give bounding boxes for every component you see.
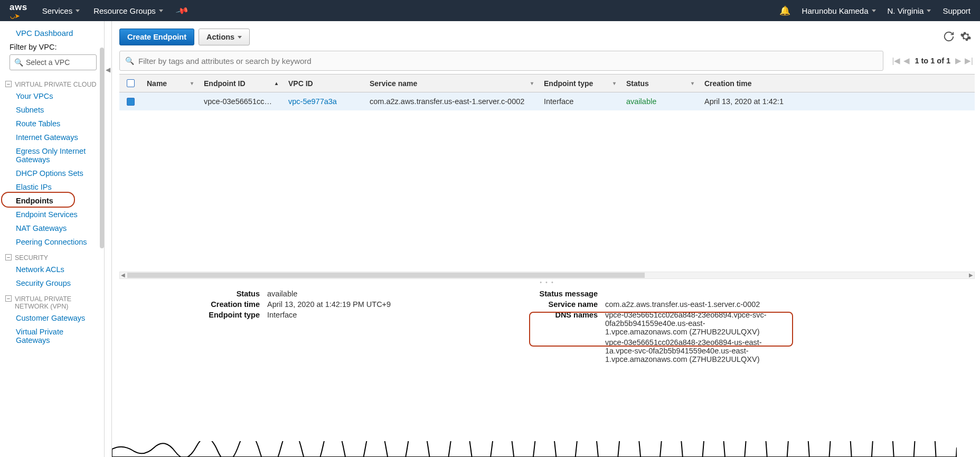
column-endpoint-type[interactable]: Endpoint type▾ [539, 74, 621, 92]
caret-down-icon [872, 10, 876, 12]
sidebar-group-vpc: − VIRTUAL PRIVATE CLOUD [0, 76, 104, 89]
cell-endpoint-id: vpce-03e56651cc… [199, 97, 283, 106]
column-name[interactable]: Name▾ [142, 74, 199, 92]
search-icon: 🔍 [125, 57, 134, 65]
sidebar-item-customer-gateways[interactable]: Customer Gateways [0, 311, 104, 325]
sidebar-item-elastic-ips[interactable]: Elastic IPs [0, 180, 104, 194]
collapse-toggle-icon[interactable]: − [5, 254, 12, 260]
sidebar-item-your-vpcs[interactable]: Your VPCs [0, 89, 104, 103]
dns-name-2: vpce-03e56651cc026a848-z3eo6894-us-east-… [605, 338, 785, 363]
sidebar-collapse-handle[interactable]: ◀ [105, 21, 112, 457]
endpoints-table: Name▾ Endpoint ID▴ VPC ID Service name▾ … [119, 74, 975, 110]
sidebar-group-title: VIRTUAL PRIVATE CLOUD [15, 81, 96, 88]
collapse-toggle-icon[interactable]: − [5, 295, 12, 302]
scroll-left-icon[interactable]: ◀ [120, 272, 126, 278]
cell-service-name: com.a2z.aws.transfer.us-east-1.server.c-… [364, 97, 539, 106]
topbar-right: 🔔 Harunobu Kameda N. Virginia Support [779, 5, 970, 16]
table-row[interactable]: vpce-03e56651cc… vpc-5e977a3a com.a2z.aw… [119, 92, 975, 110]
resource-groups-menu[interactable]: Resource Groups [93, 6, 163, 15]
actions-label: Actions [206, 33, 234, 41]
details-left-column: Status available Creation time April 13,… [193, 288, 447, 365]
collapse-toggle-icon[interactable]: − [5, 81, 12, 87]
dns-names-label: DNS names [531, 311, 605, 336]
notifications-icon[interactable]: 🔔 [779, 5, 790, 16]
torn-edge-decoration [112, 441, 957, 457]
sidebar-item-nat-gateways[interactable]: NAT Gateways [0, 221, 104, 235]
dns-name-1: vpce-03e56651cc026a848-z3eo6894.vpce-svc… [605, 311, 785, 336]
sidebar-item-egress-gateways[interactable]: Egress Only Internet Gateways [0, 144, 104, 166]
sidebar-item-network-acls[interactable]: Network ACLs [0, 263, 104, 276]
sidebar-item-peering-connections[interactable]: Peering Connections [0, 235, 104, 249]
content: Create Endpoint Actions 🔍 |◀ ◀ 1 to 1 of… [112, 21, 980, 457]
pager-last-icon[interactable]: ▶| [963, 56, 975, 66]
region-menu[interactable]: N. Virginia [888, 6, 931, 15]
cell-vpc-id[interactable]: vpc-5e977a3a [283, 97, 364, 106]
pager: |◀ ◀ 1 to 1 of 1 ▶ ▶| [891, 56, 975, 66]
filter-input[interactable] [138, 57, 878, 66]
sidebar-item-dhcp-options[interactable]: DHCP Options Sets [0, 166, 104, 180]
pager-prev-icon[interactable]: ◀ [902, 56, 911, 66]
sidebar-item-security-groups[interactable]: Security Groups [0, 276, 104, 290]
cell-creation-time: April 13, 2020 at 1:42:1 [699, 97, 805, 106]
vpc-filter-select[interactable]: 🔍 Select a VPC [10, 54, 97, 70]
status-value: available [267, 290, 447, 298]
resource-groups-label: Resource Groups [93, 6, 156, 15]
sidebar-group-title: VIRTUAL PRIVATE NETWORK (VPN) [15, 295, 71, 310]
sidebar-item-endpoints[interactable]: Endpoints [0, 194, 104, 208]
column-service-name[interactable]: Service name▾ [364, 74, 539, 92]
column-status[interactable]: Status▾ [621, 74, 699, 92]
service-name-label: Service name [531, 300, 605, 309]
column-endpoint-id[interactable]: Endpoint ID▴ [199, 74, 283, 92]
status-label: Status [193, 290, 267, 298]
filter-bar: 🔍 |◀ ◀ 1 to 1 of 1 ▶ ▶| [119, 51, 975, 71]
sidebar-item-internet-gateways[interactable]: Internet Gateways [0, 130, 104, 144]
actions-button[interactable]: Actions [199, 29, 250, 45]
pin-icon[interactable]: 📌 [175, 4, 189, 17]
column-vpc-id[interactable]: VPC ID [283, 74, 364, 92]
support-label: Support [943, 6, 970, 15]
region-name: N. Virginia [888, 6, 924, 15]
select-all-checkbox[interactable] [119, 74, 142, 92]
scroll-right-icon[interactable]: ▶ [968, 272, 974, 278]
topbar: aws ◡➤ Services Resource Groups 📌 🔔 Haru… [0, 0, 980, 21]
filter-by-vpc-label: Filter by VPC: [0, 40, 104, 52]
column-creation-time[interactable]: Creation time [699, 74, 805, 92]
pager-first-icon[interactable]: |◀ [891, 56, 902, 66]
support-menu[interactable]: Support [943, 6, 970, 15]
sort-icon: ▾ [613, 80, 616, 86]
panel-resize-handle[interactable]: • • • [119, 279, 975, 285]
service-name-value: com.a2z.aws.transfer.us-east-1.server.c-… [605, 300, 943, 309]
sidebar: VPC Dashboard Filter by VPC: 🔍 Select a … [0, 21, 105, 457]
table-header: Name▾ Endpoint ID▴ VPC ID Service name▾ … [119, 74, 975, 92]
sidebar-dashboard-link[interactable]: VPC Dashboard [0, 26, 104, 40]
status-message-value [605, 290, 943, 298]
services-menu[interactable]: Services [42, 6, 80, 15]
caret-down-icon [76, 10, 80, 12]
pager-text: 1 to 1 of 1 [911, 57, 954, 65]
creation-time-label: Creation time [193, 300, 267, 309]
refresh-icon[interactable] [943, 31, 955, 44]
sidebar-group-vpn: − VIRTUAL PRIVATE NETWORK (VPN) [0, 290, 104, 311]
sidebar-item-route-tables[interactable]: Route Tables [0, 117, 104, 130]
sidebar-item-virtual-private-gateways[interactable]: Virtual Private Gateways [0, 325, 104, 347]
row-checkbox[interactable] [119, 98, 142, 106]
vpc-filter-placeholder: Select a VPC [26, 58, 70, 67]
search-icon: 🔍 [14, 58, 23, 67]
sidebar-item-subnets[interactable]: Subnets [0, 103, 104, 117]
sort-icon: ▾ [531, 80, 533, 86]
scrollbar-thumb[interactable] [127, 273, 645, 278]
cell-endpoint-type: Interface [539, 97, 621, 106]
settings-icon[interactable] [960, 31, 972, 44]
aws-logo[interactable]: aws ◡➤ [10, 2, 27, 20]
endpoint-type-label: Endpoint type [193, 311, 267, 319]
sidebar-item-endpoint-services[interactable]: Endpoint Services [0, 208, 104, 221]
user-name: Harunobu Kameda [802, 6, 869, 15]
account-menu[interactable]: Harunobu Kameda [802, 6, 876, 15]
filter-input-container[interactable]: 🔍 [119, 51, 883, 71]
caret-down-icon [927, 10, 931, 12]
pager-next-icon[interactable]: ▶ [954, 56, 963, 66]
services-label: Services [42, 6, 73, 15]
cell-status: available [621, 97, 699, 106]
create-endpoint-button[interactable]: Create Endpoint [119, 29, 194, 45]
horizontal-scrollbar[interactable]: ◀ ▶ [119, 272, 975, 279]
